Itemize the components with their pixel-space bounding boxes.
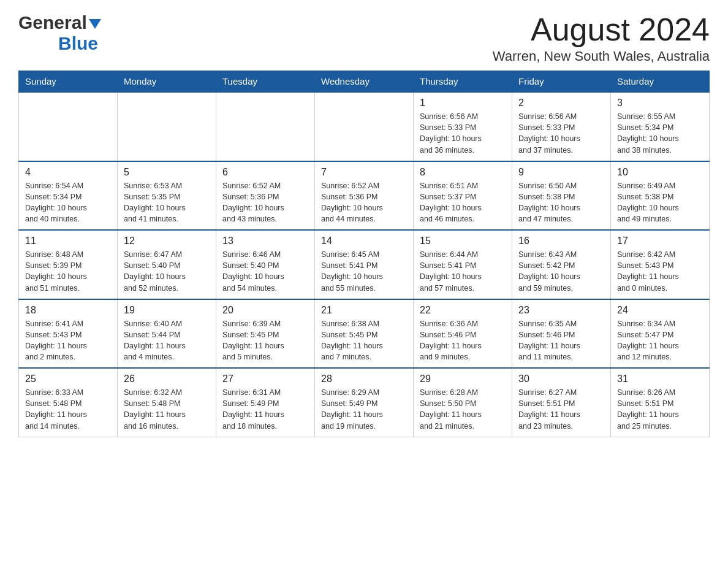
calendar-cell: 22Sunrise: 6:36 AMSunset: 5:46 PMDayligh…	[414, 299, 512, 369]
day-number: 22	[420, 305, 506, 316]
weekday-header-tuesday: Tuesday	[216, 71, 315, 93]
logo-general-text: General	[18, 12, 87, 33]
day-number: 14	[321, 236, 407, 247]
day-info: Sunrise: 6:43 AMSunset: 5:42 PMDaylight:…	[518, 249, 604, 294]
day-info: Sunrise: 6:55 AMSunset: 5:34 PMDaylight:…	[617, 111, 703, 156]
day-number: 24	[617, 305, 703, 316]
day-number: 31	[617, 373, 703, 385]
day-info: Sunrise: 6:27 AMSunset: 5:51 PMDaylight:…	[518, 387, 604, 432]
day-info: Sunrise: 6:51 AMSunset: 5:37 PMDaylight:…	[420, 180, 506, 225]
location-subtitle: Warren, New South Wales, Australia	[493, 48, 710, 64]
day-number: 1	[420, 98, 506, 109]
day-info: Sunrise: 6:54 AMSunset: 5:34 PMDaylight:…	[25, 180, 111, 225]
day-info: Sunrise: 6:45 AMSunset: 5:41 PMDaylight:…	[321, 249, 407, 294]
day-number: 7	[321, 167, 407, 178]
calendar-cell: 23Sunrise: 6:35 AMSunset: 5:46 PMDayligh…	[512, 299, 611, 369]
calendar-cell: 31Sunrise: 6:26 AMSunset: 5:51 PMDayligh…	[611, 368, 710, 437]
day-info: Sunrise: 6:26 AMSunset: 5:51 PMDaylight:…	[617, 387, 703, 432]
weekday-header-saturday: Saturday	[611, 71, 710, 93]
title-area: August 2024 Warren, New South Wales, Aus…	[493, 12, 710, 64]
calendar-cell	[216, 92, 315, 161]
calendar-table: SundayMondayTuesdayWednesdayThursdayFrid…	[18, 71, 710, 437]
day-info: Sunrise: 6:38 AMSunset: 5:45 PMDaylight:…	[321, 318, 407, 363]
calendar-cell: 29Sunrise: 6:28 AMSunset: 5:50 PMDayligh…	[414, 368, 512, 437]
day-info: Sunrise: 6:32 AMSunset: 5:48 PMDaylight:…	[124, 387, 210, 432]
day-number: 8	[420, 167, 506, 178]
calendar-cell: 30Sunrise: 6:27 AMSunset: 5:51 PMDayligh…	[512, 368, 611, 437]
calendar-cell: 12Sunrise: 6:47 AMSunset: 5:40 PMDayligh…	[118, 230, 216, 299]
day-number: 20	[222, 305, 308, 316]
logo-triangle-icon	[89, 19, 101, 29]
day-info: Sunrise: 6:31 AMSunset: 5:49 PMDaylight:…	[222, 387, 308, 432]
logo-blue-text: Blue	[58, 33, 101, 54]
day-number: 17	[617, 236, 703, 247]
calendar-cell: 8Sunrise: 6:51 AMSunset: 5:37 PMDaylight…	[414, 161, 512, 231]
day-number: 2	[518, 98, 604, 109]
day-number: 3	[617, 98, 703, 109]
day-number: 27	[222, 373, 308, 385]
calendar-cell: 10Sunrise: 6:49 AMSunset: 5:38 PMDayligh…	[611, 161, 710, 231]
calendar-cell	[118, 92, 216, 161]
day-number: 21	[321, 305, 407, 316]
weekday-header-friday: Friday	[512, 71, 611, 93]
weekday-header-sunday: Sunday	[19, 71, 118, 93]
weekday-header-wednesday: Wednesday	[315, 71, 414, 93]
calendar-cell: 3Sunrise: 6:55 AMSunset: 5:34 PMDaylight…	[611, 92, 710, 161]
day-info: Sunrise: 6:28 AMSunset: 5:50 PMDaylight:…	[420, 387, 506, 432]
day-info: Sunrise: 6:52 AMSunset: 5:36 PMDaylight:…	[321, 180, 407, 225]
calendar-cell: 11Sunrise: 6:48 AMSunset: 5:39 PMDayligh…	[19, 230, 118, 299]
day-info: Sunrise: 6:42 AMSunset: 5:43 PMDaylight:…	[617, 249, 703, 294]
weekday-header-monday: Monday	[118, 71, 216, 93]
week-row-4: 18Sunrise: 6:41 AMSunset: 5:43 PMDayligh…	[19, 299, 710, 369]
calendar-cell: 20Sunrise: 6:39 AMSunset: 5:45 PMDayligh…	[216, 299, 315, 369]
day-info: Sunrise: 6:49 AMSunset: 5:38 PMDaylight:…	[617, 180, 703, 225]
calendar-cell: 19Sunrise: 6:40 AMSunset: 5:44 PMDayligh…	[118, 299, 216, 369]
day-info: Sunrise: 6:34 AMSunset: 5:47 PMDaylight:…	[617, 318, 703, 363]
day-info: Sunrise: 6:41 AMSunset: 5:43 PMDaylight:…	[25, 318, 111, 363]
calendar-cell: 5Sunrise: 6:53 AMSunset: 5:35 PMDaylight…	[118, 161, 216, 231]
day-number: 15	[420, 236, 506, 247]
day-info: Sunrise: 6:29 AMSunset: 5:49 PMDaylight:…	[321, 387, 407, 432]
day-number: 30	[518, 373, 604, 385]
day-info: Sunrise: 6:36 AMSunset: 5:46 PMDaylight:…	[420, 318, 506, 363]
day-info: Sunrise: 6:35 AMSunset: 5:46 PMDaylight:…	[518, 318, 604, 363]
calendar-cell: 21Sunrise: 6:38 AMSunset: 5:45 PMDayligh…	[315, 299, 414, 369]
day-info: Sunrise: 6:33 AMSunset: 5:48 PMDaylight:…	[25, 387, 111, 432]
day-number: 10	[617, 167, 703, 178]
calendar-cell	[315, 92, 414, 161]
calendar-cell: 27Sunrise: 6:31 AMSunset: 5:49 PMDayligh…	[216, 368, 315, 437]
day-info: Sunrise: 6:52 AMSunset: 5:36 PMDaylight:…	[222, 180, 308, 225]
day-info: Sunrise: 6:46 AMSunset: 5:40 PMDaylight:…	[222, 249, 308, 294]
week-row-3: 11Sunrise: 6:48 AMSunset: 5:39 PMDayligh…	[19, 230, 710, 299]
day-number: 6	[222, 167, 308, 178]
day-number: 18	[25, 305, 111, 316]
calendar-cell: 15Sunrise: 6:44 AMSunset: 5:41 PMDayligh…	[414, 230, 512, 299]
day-number: 4	[25, 167, 111, 178]
day-number: 11	[25, 236, 111, 247]
day-number: 29	[420, 373, 506, 385]
calendar-cell: 16Sunrise: 6:43 AMSunset: 5:42 PMDayligh…	[512, 230, 611, 299]
day-info: Sunrise: 6:48 AMSunset: 5:39 PMDaylight:…	[25, 249, 111, 294]
calendar-cell: 13Sunrise: 6:46 AMSunset: 5:40 PMDayligh…	[216, 230, 315, 299]
calendar-cell: 6Sunrise: 6:52 AMSunset: 5:36 PMDaylight…	[216, 161, 315, 231]
weekday-header-thursday: Thursday	[414, 71, 512, 93]
calendar-cell: 1Sunrise: 6:56 AMSunset: 5:33 PMDaylight…	[414, 92, 512, 161]
day-number: 16	[518, 236, 604, 247]
day-number: 28	[321, 373, 407, 385]
day-number: 26	[124, 373, 210, 385]
day-number: 25	[25, 373, 111, 385]
weekday-header-row: SundayMondayTuesdayWednesdayThursdayFrid…	[19, 71, 710, 93]
logo: General Blue	[18, 12, 101, 54]
page-header: General Blue August 2024 Warren, New Sou…	[18, 12, 710, 64]
calendar-cell: 25Sunrise: 6:33 AMSunset: 5:48 PMDayligh…	[19, 368, 118, 437]
day-info: Sunrise: 6:56 AMSunset: 5:33 PMDaylight:…	[420, 111, 506, 156]
calendar-cell: 24Sunrise: 6:34 AMSunset: 5:47 PMDayligh…	[611, 299, 710, 369]
day-number: 12	[124, 236, 210, 247]
day-info: Sunrise: 6:53 AMSunset: 5:35 PMDaylight:…	[124, 180, 210, 225]
calendar-cell: 17Sunrise: 6:42 AMSunset: 5:43 PMDayligh…	[611, 230, 710, 299]
day-number: 19	[124, 305, 210, 316]
calendar-cell: 28Sunrise: 6:29 AMSunset: 5:49 PMDayligh…	[315, 368, 414, 437]
calendar-cell: 2Sunrise: 6:56 AMSunset: 5:33 PMDaylight…	[512, 92, 611, 161]
calendar-cell: 9Sunrise: 6:50 AMSunset: 5:38 PMDaylight…	[512, 161, 611, 231]
calendar-cell: 14Sunrise: 6:45 AMSunset: 5:41 PMDayligh…	[315, 230, 414, 299]
